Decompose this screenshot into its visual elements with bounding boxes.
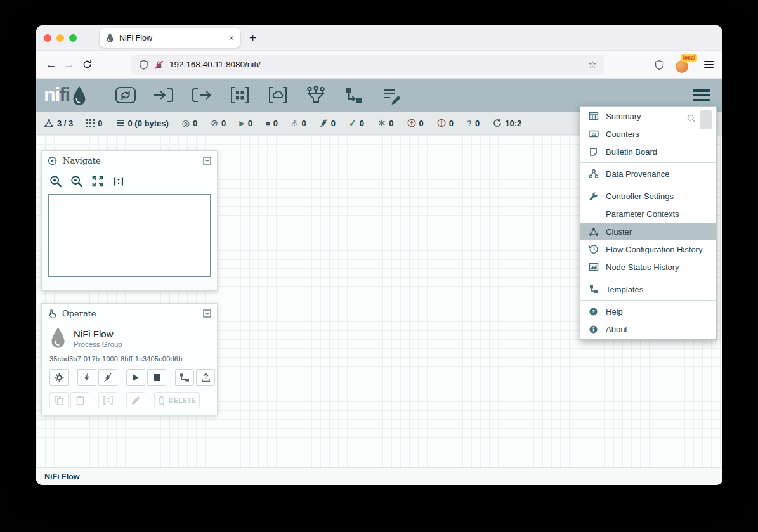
process-group-id: 35cbd3b7-017b-1000-8bff-1c3405c00d6b [49,355,209,363]
help-icon: ? [588,307,599,316]
operate-palette-header[interactable]: Operate [42,304,217,323]
reload-button[interactable] [78,56,96,74]
global-menu-hamburger-icon[interactable] [693,89,710,101]
status-stale: 0 [407,119,424,128]
search-icon[interactable] [687,114,696,123]
paste-button[interactable] [70,392,89,408]
window-controls [44,34,77,42]
info-icon [588,325,599,334]
menu-item-help[interactable]: ? Help [580,302,716,320]
create-template-button[interactable] [175,369,194,386]
operate-body: NiFi Flow Process Group 35cbd3b7-017b-10… [42,323,217,415]
breadcrumb[interactable]: NiFi Flow [44,472,80,481]
insecure-lock-icon[interactable] [154,60,164,70]
tab-close-icon[interactable]: × [229,34,234,42]
collapse-operate-button[interactable] [203,309,211,318]
output-port-icon[interactable] [191,86,212,105]
avatar-circle [676,60,688,73]
search-field-fragment[interactable] [700,110,712,129]
collapse-navigate-button[interactable] [203,157,211,165]
tracking-protection-shield-icon[interactable] [139,60,148,70]
menu-divider [580,278,716,278]
browser-tab-bar: NiFi Flow × + [36,25,722,51]
upload-template-button[interactable] [196,369,215,386]
browser-tab[interactable]: NiFi Flow × [100,28,240,48]
transmitting-icon: ◎ [182,119,190,127]
process-group-icon[interactable] [229,86,251,105]
status-invalid: ⚠ 0 [291,119,306,128]
browser-window: NiFi Flow × + ← → 192.168.40.11:8080/nif… [36,25,722,485]
template-icon[interactable] [343,86,365,105]
input-port-icon[interactable] [153,86,174,105]
template-icon [588,284,599,294]
menu-item-data-provenance[interactable]: Data Provenance [580,165,716,183]
menu-item-controller-settings[interactable]: Controller Settings [580,187,716,205]
refresh-icon[interactable] [493,119,502,127]
up-to-date-check-icon: ✓ [349,119,356,127]
configuration-button[interactable] [49,369,69,386]
disable-button[interactable] [98,369,117,386]
delete-button[interactable]: DELETE [154,392,200,408]
operate-buttons-row1 [49,369,209,386]
selected-flow-name: NiFi Flow [74,328,122,339]
menu-item-about[interactable]: About [580,320,716,338]
remote-process-group-icon[interactable] [267,86,289,105]
stop-button[interactable] [147,369,166,386]
running-play-icon: ▶ [239,120,244,127]
compass-icon [48,156,57,165]
url-bar[interactable]: 192.168.40.11:8080/nifi/ ☆ [131,55,604,75]
menu-item-cluster[interactable]: Cluster [580,223,716,240]
status-sync-failure: ? 0 [467,119,480,128]
status-queued: 0 (0 bytes) [116,119,169,128]
zoom-in-button[interactable] [48,174,63,189]
stale-arrow-circle-icon [407,119,416,127]
canvas-search [687,114,712,129]
processor-icon[interactable] [115,86,136,105]
bookmark-star-icon[interactable]: ☆ [588,60,597,70]
copy-button[interactable] [49,392,69,408]
menu-item-templates[interactable]: Templates [580,280,716,298]
zoom-out-button[interactable] [69,174,84,189]
new-tab-button[interactable]: + [249,31,256,45]
operate-buttons-row2: DELETE [49,392,209,408]
menu-item-node-status-history[interactable]: Node Status History [580,258,716,276]
svg-text:23: 23 [591,132,596,136]
menu-item-flow-configuration-history[interactable]: Flow Configuration History [580,240,716,258]
fill-color-button[interactable] [126,392,145,408]
hand-pointer-icon [48,309,56,319]
start-button[interactable] [126,369,145,386]
status-active-threads: 0 [86,119,102,128]
container-tab-badge: local [681,54,697,62]
birdseye-view[interactable] [48,194,211,277]
tab-title: NiFi Flow [119,34,224,42]
browser-menu-hamburger-icon[interactable] [704,61,714,68]
profile-avatar[interactable]: local [675,56,694,74]
close-window-button[interactable] [44,34,51,42]
status-up-to-date: ✓ 0 [349,119,364,128]
funnel-icon[interactable] [305,86,327,105]
menu-item-parameter-contexts[interactable]: Parameter Contexts [580,205,716,223]
menu-item-bulletin-board[interactable]: Bulletin Board [580,143,716,160]
nifi-app: nifi [36,79,722,485]
maximize-window-button[interactable] [69,34,77,42]
status-not-transmitting: ⊘ 0 [211,119,226,128]
minimize-window-button[interactable] [56,34,64,42]
label-icon[interactable] [381,86,403,105]
zoom-actual-size-button[interactable] [111,174,126,189]
enable-button[interactable] [77,369,96,386]
group-button[interactable] [98,392,117,408]
navigate-palette-header[interactable]: Navigate [42,151,217,171]
svg-text:?: ? [592,309,595,315]
process-group-drop-icon [49,327,67,349]
status-running: ▶ 0 [239,119,252,128]
area-chart-icon [588,262,599,272]
url-text: 192.168.40.11:8080/nifi/ [169,60,261,69]
pocket-shield-icon[interactable] [654,59,665,70]
zoom-fit-button[interactable] [90,174,105,189]
navigate-title: Navigate [63,156,101,165]
delete-button-label: DELETE [169,396,196,404]
browser-nav-bar: ← → 192.168.40.11:8080/nifi/ ☆ [36,51,722,79]
desktop-background: NiFi Flow × + ← → 192.168.40.11:8080/nif… [0,0,758,532]
back-button[interactable]: ← [42,56,60,74]
forward-button[interactable]: → [60,56,78,74]
